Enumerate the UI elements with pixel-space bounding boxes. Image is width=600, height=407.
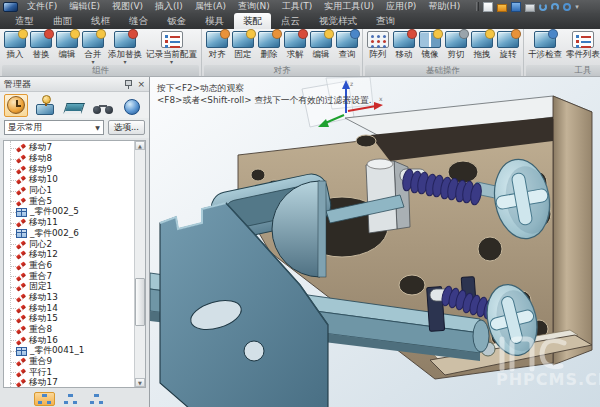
ribbon-button[interactable]: 合并 ▾ [80, 30, 106, 64]
manager-filter-row: 显示常用 ▼ 选项... [0, 118, 149, 138]
ribbon-tab[interactable]: 视觉样式 [310, 13, 366, 29]
redo-icon[interactable] [551, 3, 559, 11]
menu-item[interactable]: 实用工具(U) [318, 0, 380, 13]
tree-item[interactable]: 重合7 [6, 271, 134, 282]
ribbon-tab[interactable]: 查询 [367, 13, 404, 29]
scroll-down-icon[interactable]: ▼ [135, 378, 145, 387]
ribbon-button[interactable]: 阵列 [365, 30, 391, 64]
tree-item[interactable]: 重合8 [6, 325, 134, 336]
ribbon-tab[interactable]: 点云 [272, 13, 309, 29]
ribbon-button-icon [82, 31, 104, 48]
toolbar-overflow-caret[interactable]: ▾ [575, 3, 579, 11]
tree-item[interactable]: _零件002_5 [6, 207, 134, 218]
scene-view-icon[interactable] [120, 94, 144, 117]
viewport-3d[interactable]: 按下<F2>动态的观察 <F8>或者<Shift-roll> 查找下一个有效的过… [150, 77, 600, 407]
tree-item[interactable]: _零件0041_1 [6, 346, 134, 357]
ribbon-tab[interactable]: 线框 [82, 13, 119, 29]
tree-item[interactable]: 固定1 [6, 282, 134, 293]
open-icon[interactable] [497, 4, 507, 12]
ribbon-tab[interactable]: 造型 [6, 13, 43, 29]
ribbon-button[interactable]: 插入 [2, 30, 28, 64]
ribbon-button[interactable]: 零件列表 [564, 30, 600, 64]
tree-item[interactable]: 移动10 [6, 175, 134, 186]
scrollbar-thumb[interactable] [135, 278, 145, 326]
menu-item[interactable]: 文件(F) [21, 0, 63, 13]
ribbon-button[interactable]: 对齐 [204, 30, 230, 64]
tree-item[interactable]: 重合6 [6, 261, 134, 272]
tree-item[interactable]: 平行1 [6, 367, 134, 378]
print-icon[interactable] [525, 4, 535, 12]
tree-scrollbar[interactable]: ▲ ▼ [134, 141, 145, 387]
ribbon-button[interactable]: 替换 [28, 30, 54, 64]
ribbon-button[interactable]: 添加替换 ▾ [106, 30, 144, 64]
save-icon[interactable] [511, 2, 521, 12]
history-view-icon[interactable] [4, 94, 28, 117]
ribbon-button[interactable]: 镜像 [417, 30, 443, 64]
tree-item[interactable]: 移动7 [6, 143, 134, 154]
ribbon-button[interactable]: 求解 [282, 30, 308, 64]
ribbon-tab[interactable]: 模具 [196, 13, 233, 29]
close-icon[interactable]: × [137, 80, 145, 89]
render-view-icon[interactable] [91, 94, 115, 117]
ribbon-button[interactable]: 删除 [256, 30, 282, 64]
ribbon-button[interactable]: 固定 [230, 30, 256, 64]
ribbon-button-label: 干涉检查 [528, 49, 562, 59]
tree-item[interactable]: 移动13 [6, 293, 134, 304]
tree-item[interactable]: 移动15 [6, 314, 134, 325]
toolbar-grip[interactable] [476, 2, 479, 11]
hierarchy-icon [64, 394, 77, 405]
menu-item[interactable]: 应用(P) [380, 0, 422, 13]
hierarchy-icon [90, 394, 103, 405]
tree-item[interactable]: 移动9 [6, 164, 134, 175]
ribbon-button-label: 编辑 [313, 49, 330, 59]
menu-item[interactable]: 插入(I) [149, 0, 189, 13]
menu-item[interactable]: 视图(V) [106, 0, 149, 13]
ribbon-tab[interactable]: 缝合 [120, 13, 157, 29]
undo-icon[interactable] [539, 3, 547, 11]
new-document-icon[interactable] [483, 2, 493, 12]
ribbon-button[interactable]: 拖拽 [469, 30, 495, 64]
assembly-view-icon[interactable] [33, 94, 57, 117]
tree-item-icon [16, 144, 26, 153]
catalog-view-icon[interactable] [62, 94, 86, 117]
ribbon-button-icon [206, 31, 228, 48]
ribbon-button[interactable]: 旋转 [495, 30, 521, 64]
cad-application-window: 文件(F) 编辑(E) 视图(V) 插入(I) 属性(A) 查询(N) 工具(T… [0, 0, 600, 407]
ribbon-button-icon [56, 31, 78, 48]
ribbon-button[interactable]: 记录当前配置 ▾ [144, 30, 199, 64]
menu-item[interactable]: 编辑(E) [63, 0, 106, 13]
tree-item[interactable]: 移动14 [6, 303, 134, 314]
ribbon-button[interactable]: 移动 [391, 30, 417, 64]
tree-item[interactable]: 同心1 [6, 186, 134, 197]
ribbon-button[interactable]: 干涉检查 [526, 30, 564, 64]
menu-item[interactable]: 属性(A) [189, 0, 232, 13]
tree-item[interactable]: 移动12 [6, 250, 134, 261]
menu-item[interactable]: 帮助(H) [422, 0, 466, 13]
tree-item-icon [16, 229, 27, 238]
structure-tree-view-button[interactable] [34, 392, 55, 406]
ribbon-button[interactable]: 编辑 [308, 30, 334, 64]
grouped-tree-view-button[interactable] [86, 392, 107, 406]
ribbon-tab[interactable]: 钣金 [158, 13, 195, 29]
flat-tree-view-button[interactable] [60, 392, 81, 406]
ribbon-tab[interactable]: 装配 [234, 13, 271, 29]
ribbon-button[interactable]: 查询 [334, 30, 360, 64]
view-refresh-icon[interactable] [563, 3, 571, 11]
tree-item[interactable]: _零件002_6 [6, 229, 134, 240]
dropdown-caret-icon: ▾ [123, 59, 126, 64]
tree-item[interactable]: 同心2 [6, 239, 134, 250]
options-button[interactable]: 选项... [108, 120, 145, 135]
ribbon-tab[interactable]: 曲面 [44, 13, 81, 29]
menu-item[interactable]: 查询(N) [232, 0, 276, 13]
scroll-up-icon[interactable]: ▲ [135, 141, 145, 150]
ribbon-button[interactable]: 剪切 [443, 30, 469, 64]
tree-item[interactable]: 移动8 [6, 154, 134, 165]
axis-x-label: x [379, 95, 383, 102]
ribbon-button[interactable]: 编辑 [54, 30, 80, 64]
tree-item[interactable]: 移动17 [6, 378, 134, 388]
pin-icon[interactable] [124, 80, 132, 89]
menu-item[interactable]: 工具(T) [276, 0, 319, 13]
tree-item-icon [16, 219, 26, 228]
display-filter-dropdown[interactable]: 显示常用 ▼ [4, 120, 104, 135]
tree-item[interactable]: 重合9 [6, 357, 134, 368]
